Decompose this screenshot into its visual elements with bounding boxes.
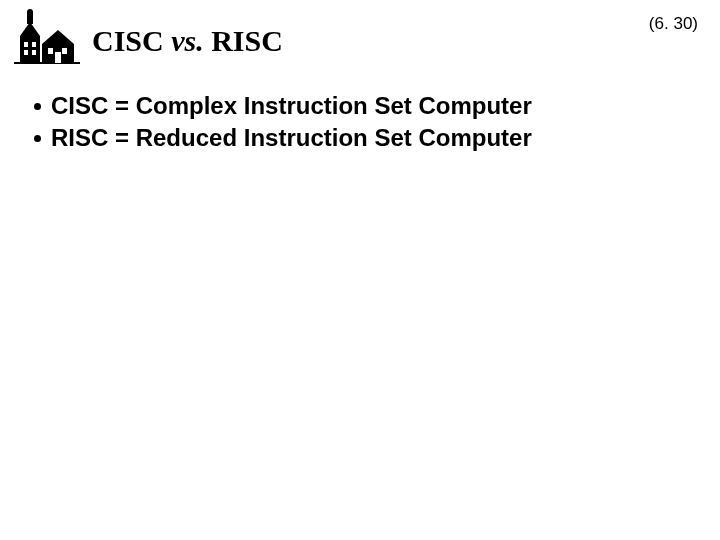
svg-marker-10	[42, 30, 74, 44]
bullet-text: RISC = Reduced Instruction Set Computer	[51, 122, 532, 154]
slide-title: CISC vs. RISC	[92, 24, 283, 58]
svg-rect-6	[32, 42, 36, 47]
svg-point-4	[27, 9, 33, 15]
title-part2: RISC	[204, 24, 283, 57]
building-logo-icon	[14, 8, 80, 64]
svg-rect-1	[20, 36, 40, 63]
bullet-text: CISC = Complex Instruction Set Computer	[51, 90, 532, 122]
svg-rect-11	[48, 48, 53, 54]
title-part1: CISC	[92, 24, 171, 57]
list-item: RISC = Reduced Instruction Set Computer	[34, 122, 532, 154]
slide-header: CISC vs. RISC	[14, 8, 283, 64]
svg-rect-12	[62, 48, 67, 54]
bullet-icon	[34, 135, 41, 142]
svg-marker-2	[20, 22, 40, 36]
svg-rect-13	[55, 52, 61, 63]
title-vs: vs.	[171, 24, 204, 57]
svg-rect-8	[32, 50, 36, 55]
svg-rect-5	[24, 42, 28, 47]
page-number: (6. 30)	[649, 14, 698, 34]
bullet-icon	[34, 103, 41, 110]
svg-rect-7	[24, 50, 28, 55]
list-item: CISC = Complex Instruction Set Computer	[34, 90, 532, 122]
bullet-list: CISC = Complex Instruction Set Computer …	[34, 90, 532, 155]
